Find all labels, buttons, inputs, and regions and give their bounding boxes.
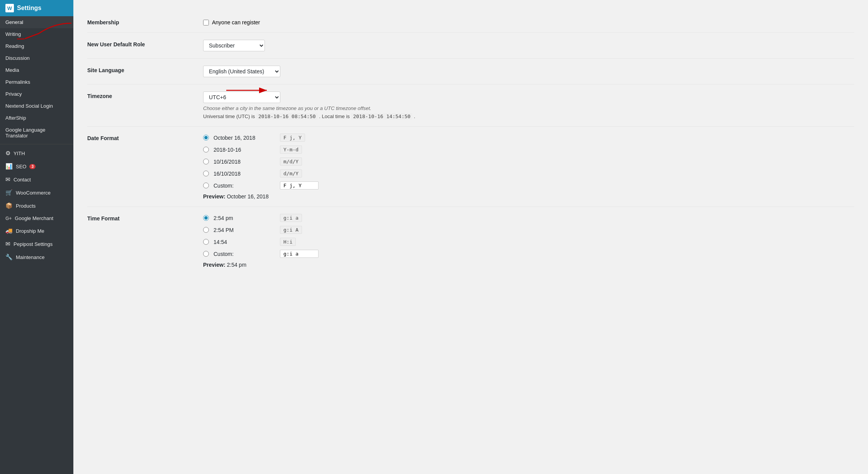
membership-checkbox-label: Anyone can register <box>212 19 260 25</box>
date-format-label: Date Format <box>87 134 195 141</box>
woocommerce-label: WooCommerce <box>16 190 51 196</box>
date-format-radio-4[interactable] <box>203 183 209 188</box>
local-value: 2018-10-16 14:54:50 <box>351 113 412 120</box>
general-label: General <box>5 19 23 25</box>
date-format-row: Date Format October 16, 2018 F j, Y 2018… <box>87 127 854 207</box>
sidebar: W Settings General Writing Reading Discu… <box>0 0 73 474</box>
sidebar-item-discussion[interactable]: Discussion <box>0 52 73 64</box>
media-label: Media <box>5 67 19 73</box>
sidebar-item-pepipost[interactable]: ✉ Pepipost Settings <box>0 237 73 251</box>
membership-control: Anyone can register <box>203 18 854 25</box>
nextend-label: Nextend Social Login <box>5 103 53 109</box>
site-language-label: Site Language <box>87 66 195 73</box>
default-role-label: New User Default Role <box>87 40 195 47</box>
date-format-code-2: m/d/Y <box>280 157 302 166</box>
membership-checkbox[interactable] <box>203 20 209 25</box>
maintenance-label: Maintenance <box>16 254 44 260</box>
date-format-display-0: October 16, 2018 <box>214 135 275 141</box>
yith-label: YITH <box>14 151 25 156</box>
woocommerce-icon: 🛒 <box>5 189 13 196</box>
sidebar-item-general[interactable]: General <box>0 16 73 28</box>
date-format-option-4: Custom: <box>203 181 854 190</box>
time-format-radio-3[interactable] <box>203 251 209 257</box>
time-format-code-2: H:i <box>280 238 296 246</box>
sidebar-item-dropship[interactable]: 🚚 Dropship Me <box>0 224 73 237</box>
sidebar-item-media[interactable]: Media <box>0 64 73 76</box>
sidebar-item-privacy[interactable]: Privacy <box>0 88 73 100</box>
date-format-control: October 16, 2018 F j, Y 2018-10-16 Y-m-d… <box>203 134 854 200</box>
maintenance-icon: 🔧 <box>5 254 13 261</box>
date-format-radio-0[interactable] <box>203 135 209 141</box>
date-format-display-4: Custom: <box>214 183 275 189</box>
date-format-option-0: October 16, 2018 F j, Y <box>203 134 854 142</box>
sidebar-title: Settings <box>17 5 41 12</box>
time-format-row: Time Format 2:54 pm g:i a 2:54 PM g:i A … <box>87 207 854 275</box>
sidebar-item-aftership[interactable]: AfterShip <box>0 112 73 124</box>
sidebar-item-permalinks[interactable]: Permalinks <box>0 76 73 88</box>
contact-label: Contact <box>14 177 31 183</box>
google-lang-label: Google Language Translator <box>5 127 68 139</box>
sidebar-item-reading[interactable]: Reading <box>0 40 73 52</box>
time-format-option-3: Custom: <box>203 250 854 258</box>
timezone-row: Timezone UTC+6 UTC+0 UTC+1 UTC+5:30 <box>87 85 854 127</box>
sidebar-item-woocommerce[interactable]: 🛒 WooCommerce <box>0 186 73 199</box>
pepipost-label: Pepipost Settings <box>14 241 53 247</box>
time-format-display-3: Custom: <box>214 251 275 257</box>
date-format-radio-2[interactable] <box>203 159 209 164</box>
sidebar-item-seo[interactable]: 📊 SEO 3 <box>0 160 73 173</box>
permalinks-label: Permalinks <box>5 79 30 85</box>
sidebar-item-maintenance[interactable]: 🔧 Maintenance <box>0 251 73 264</box>
time-format-custom-input[interactable] <box>280 250 319 258</box>
date-format-radio-group: October 16, 2018 F j, Y 2018-10-16 Y-m-d… <box>203 134 854 190</box>
sidebar-item-nextend[interactable]: Nextend Social Login <box>0 100 73 112</box>
local-end: . <box>414 113 415 119</box>
time-format-control: 2:54 pm g:i a 2:54 PM g:i A 14:54 H:i Cu… <box>203 214 854 268</box>
utc-value: 2018-10-16 08:54:50 <box>256 113 318 120</box>
timezone-label: Timezone <box>87 91 195 99</box>
date-format-preview-label: Preview: <box>203 193 225 200</box>
time-format-radio-2[interactable] <box>203 239 209 245</box>
date-format-code-1: Y-m-d <box>280 146 302 154</box>
google-merchant-label: Google Merchant <box>15 215 53 221</box>
wp-logo-icon: W <box>5 4 14 12</box>
timezone-hint: Choose either a city in the same timezon… <box>203 105 854 111</box>
sidebar-item-google-lang[interactable]: Google Language Translator <box>0 124 73 142</box>
date-format-radio-3[interactable] <box>203 171 209 176</box>
time-format-code-0: g:i a <box>280 214 302 222</box>
time-format-display-2: 14:54 <box>214 239 275 245</box>
sidebar-header: W Settings <box>0 0 73 16</box>
yith-icon: ⚙ <box>5 150 10 157</box>
date-format-code-0: F j, Y <box>280 134 305 142</box>
date-format-custom-input[interactable] <box>280 181 319 190</box>
sidebar-divider-1 <box>0 144 73 144</box>
seo-icon: 📊 <box>5 163 13 170</box>
time-format-radio-1[interactable] <box>203 227 209 233</box>
time-format-option-2: 14:54 H:i <box>203 238 854 246</box>
membership-row: Membership Anyone can register <box>87 11 854 33</box>
time-format-code-1: g:i A <box>280 226 302 234</box>
sidebar-item-writing[interactable]: Writing <box>0 28 73 40</box>
sidebar-item-products[interactable]: 📦 Products <box>0 199 73 212</box>
time-format-preview-label: Preview: <box>203 262 225 268</box>
time-format-radio-0[interactable] <box>203 215 209 221</box>
seo-badge: 3 <box>29 164 36 169</box>
timezone-utc-info: Universal time (UTC) is 2018-10-16 08:54… <box>203 113 854 119</box>
site-language-control: English (United States) English (UK) Fre… <box>203 66 854 77</box>
date-format-display-3: 16/10/2018 <box>214 171 275 177</box>
date-format-radio-1[interactable] <box>203 147 209 152</box>
timezone-select[interactable]: UTC+6 UTC+0 UTC+1 UTC+5:30 UTC+7 UTC+8 <box>203 91 280 103</box>
seo-label: SEO <box>16 164 26 169</box>
sidebar-item-yith[interactable]: ⚙ YITH <box>0 147 73 160</box>
sidebar-item-google-merchant[interactable]: G+ Google Merchant <box>0 212 73 224</box>
site-language-select[interactable]: English (United States) English (UK) Fre… <box>203 66 280 77</box>
aftership-label: AfterShip <box>5 115 26 121</box>
pepipost-icon: ✉ <box>5 240 10 247</box>
membership-checkbox-row: Anyone can register <box>203 19 854 25</box>
google-merchant-icon: G+ <box>5 216 12 221</box>
local-label: . Local time is <box>319 113 349 119</box>
default-role-select[interactable]: Subscriber Contributor Author Editor Adm… <box>203 40 265 51</box>
utc-label: Universal time (UTC) is <box>203 113 255 119</box>
sidebar-item-contact[interactable]: ✉ Contact <box>0 173 73 186</box>
default-role-control: Subscriber Contributor Author Editor Adm… <box>203 40 854 51</box>
writing-label: Writing <box>5 31 21 37</box>
